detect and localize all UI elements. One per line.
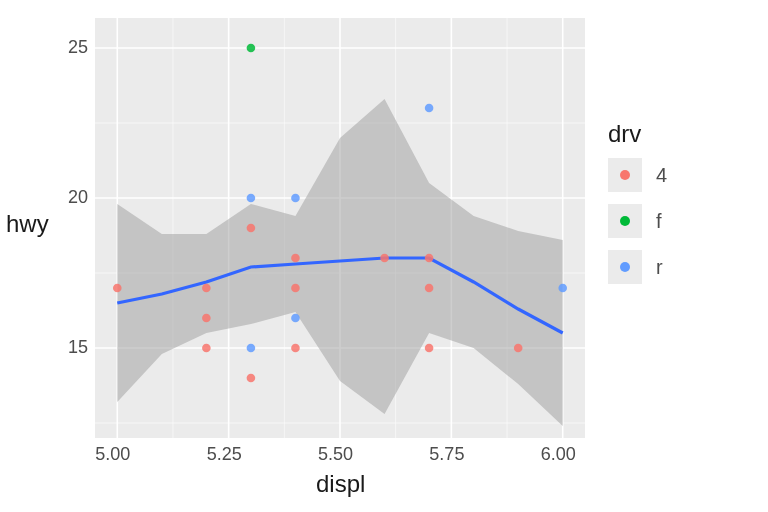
svg-point-21 xyxy=(291,254,300,263)
legend-label-f: f xyxy=(656,210,662,233)
svg-point-22 xyxy=(291,284,300,293)
svg-point-30 xyxy=(247,194,256,203)
x-tick-525: 5.25 xyxy=(207,444,242,465)
chart-container: 25 20 15 5.00 5.25 5.50 5.75 6.00 displ … xyxy=(0,0,768,512)
plot-panel xyxy=(95,18,585,438)
x-tick-550: 5.50 xyxy=(318,444,353,465)
y-tick-20: 20 xyxy=(62,187,88,208)
svg-point-29 xyxy=(247,44,256,53)
legend-key-r xyxy=(608,250,642,284)
svg-point-19 xyxy=(247,224,256,233)
svg-point-33 xyxy=(291,314,300,323)
legend: drv 4 f r xyxy=(608,120,748,296)
svg-point-26 xyxy=(425,284,434,293)
legend-key-4 xyxy=(608,158,642,192)
legend-item-f: f xyxy=(608,204,748,238)
x-axis-title: displ xyxy=(316,470,365,498)
svg-point-25 xyxy=(425,254,434,263)
legend-item-r: r xyxy=(608,250,748,284)
y-axis-title: hwy xyxy=(6,210,49,238)
x-tick-575: 5.75 xyxy=(429,444,464,465)
svg-point-32 xyxy=(291,194,300,203)
svg-point-24 xyxy=(380,254,389,263)
legend-title: drv xyxy=(608,120,748,148)
y-tick-25: 25 xyxy=(62,37,88,58)
legend-dot-4 xyxy=(620,170,630,180)
legend-key-f xyxy=(608,204,642,238)
svg-point-27 xyxy=(425,344,434,353)
svg-point-34 xyxy=(425,104,434,113)
plot-svg xyxy=(95,18,585,438)
svg-point-28 xyxy=(514,344,523,353)
x-tick-600: 6.00 xyxy=(541,444,576,465)
legend-label-r: r xyxy=(656,256,663,279)
y-tick-15: 15 xyxy=(62,337,88,358)
svg-point-20 xyxy=(247,374,256,383)
svg-point-35 xyxy=(558,284,567,293)
svg-point-23 xyxy=(291,344,300,353)
legend-dot-r xyxy=(620,262,630,272)
x-tick-500: 5.00 xyxy=(95,444,130,465)
svg-point-31 xyxy=(247,344,256,353)
svg-point-15 xyxy=(113,284,122,293)
svg-point-16 xyxy=(202,284,211,293)
legend-item-4: 4 xyxy=(608,158,748,192)
svg-point-17 xyxy=(202,314,211,323)
legend-label-4: 4 xyxy=(656,164,667,187)
svg-point-18 xyxy=(202,344,211,353)
legend-dot-f xyxy=(620,216,630,226)
